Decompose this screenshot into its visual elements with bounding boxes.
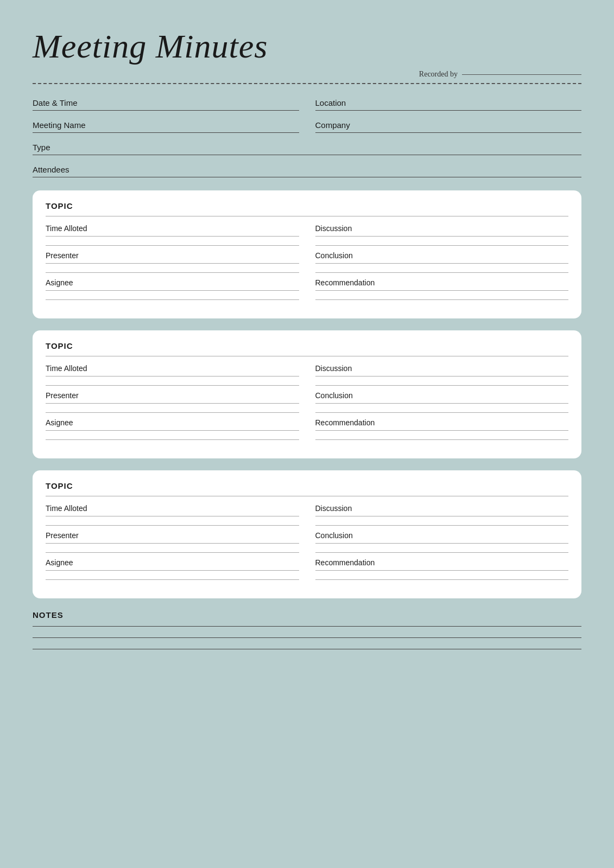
- topic-right-line2-2-3: [315, 439, 569, 440]
- topic-left-line1-1-1: [46, 236, 299, 237]
- topic-left-label-2-3: Asignee: [46, 418, 299, 427]
- topic-right-line2-3-2: [315, 552, 569, 553]
- meeting-name-field: Meeting Name: [33, 116, 299, 133]
- topic-right-label-1-1: Discussion: [315, 224, 569, 233]
- header-row-1: Date & Time Location: [33, 94, 581, 116]
- topic-right-line1-2-1: [315, 376, 569, 376]
- topic-right-line2-3-1: [315, 525, 569, 526]
- topic-left-col-3: Time AllotedPresenterAsignee: [46, 504, 299, 585]
- notes-label: NOTES: [33, 610, 581, 620]
- topic-left-label-3-1: Time Alloted: [46, 504, 299, 513]
- topic-left-label-3-2: Presenter: [46, 531, 299, 540]
- topic-left-field-2-2: Presenter: [46, 391, 299, 413]
- topic-right-field-2-2: Conclusion: [315, 391, 569, 413]
- topic-right-line2-1-3: [315, 299, 569, 300]
- topic-right-col-2: DiscussionConclusionRecommendation: [315, 364, 569, 445]
- topic-grid-1: Time AllotedPresenterAsigneeDiscussionCo…: [46, 224, 568, 305]
- attendees-label: Attendees: [33, 165, 69, 174]
- topic-right-field-2-3: Recommendation: [315, 418, 569, 440]
- topic-right-label-1-3: Recommendation: [315, 278, 569, 287]
- topic-left-line1-3-2: [46, 543, 299, 544]
- date-time-label: Date & Time: [33, 98, 78, 107]
- location-field: Location: [315, 94, 582, 111]
- notes-line-2: [33, 637, 581, 638]
- topic-left-field-2-3: Asignee: [46, 418, 299, 440]
- recorded-by-label: Recorded by: [419, 70, 458, 79]
- attendees-field: Attendees: [33, 161, 581, 177]
- topic-left-line2-3-2: [46, 552, 299, 553]
- topic-left-line2-1-2: [46, 272, 299, 273]
- topic-left-field-3-1: Time Alloted: [46, 504, 299, 526]
- topic-left-label-2-2: Presenter: [46, 391, 299, 400]
- location-label: Location: [315, 98, 346, 107]
- company-field: Company: [315, 116, 582, 133]
- topic-grid-2: Time AllotedPresenterAsigneeDiscussionCo…: [46, 364, 568, 445]
- topic-left-col-2: Time AllotedPresenterAsignee: [46, 364, 299, 445]
- topic-right-line2-1-2: [315, 272, 569, 273]
- notes-line-3: [33, 649, 581, 649]
- topic-right-line1-1-2: [315, 263, 569, 264]
- topic-right-field-3-1: Discussion: [315, 504, 569, 526]
- topic-left-field-3-3: Asignee: [46, 558, 299, 580]
- topic-left-line1-1-3: [46, 290, 299, 291]
- topic-left-line1-3-1: [46, 516, 299, 516]
- topic-right-line1-3-1: [315, 516, 569, 516]
- topic-right-field-1-3: Recommendation: [315, 278, 569, 300]
- topic-header-1: TOPIC: [46, 201, 568, 216]
- topic-left-line1-1-2: [46, 263, 299, 264]
- topic-right-label-2-2: Conclusion: [315, 391, 569, 400]
- topic-left-label-1-3: Asignee: [46, 278, 299, 287]
- topic-left-line2-2-2: [46, 412, 299, 413]
- topic-left-line2-2-1: [46, 385, 299, 386]
- topic-right-label-1-2: Conclusion: [315, 251, 569, 260]
- dashed-divider: [33, 83, 581, 84]
- topic-right-label-2-3: Recommendation: [315, 418, 569, 427]
- meeting-name-label: Meeting Name: [33, 120, 86, 130]
- topic-left-label-1-1: Time Alloted: [46, 224, 299, 233]
- topic-right-line2-2-1: [315, 385, 569, 386]
- recorded-by-line: [462, 74, 581, 75]
- topic-right-label-2-1: Discussion: [315, 364, 569, 373]
- type-label: Type: [33, 143, 50, 152]
- topic-header-2: TOPIC: [46, 341, 568, 356]
- topic-left-line1-2-1: [46, 376, 299, 376]
- topic-right-line1-3-3: [315, 570, 569, 571]
- type-field: Type: [33, 138, 581, 155]
- topic-right-label-3-2: Conclusion: [315, 531, 569, 540]
- topic-grid-3: Time AllotedPresenterAsigneeDiscussionCo…: [46, 504, 568, 585]
- topic-right-field-3-3: Recommendation: [315, 558, 569, 580]
- topic-cards: TOPICTime AllotedPresenterAsigneeDiscuss…: [33, 190, 581, 598]
- topic-left-field-1-1: Time Alloted: [46, 224, 299, 246]
- topic-right-label-3-3: Recommendation: [315, 558, 569, 567]
- topic-left-line2-1-1: [46, 245, 299, 246]
- topic-right-line1-1-1: [315, 236, 569, 237]
- topic-card-1: TOPICTime AllotedPresenterAsigneeDiscuss…: [33, 190, 581, 318]
- topic-left-line2-3-3: [46, 579, 299, 580]
- page-title: Meeting Minutes: [33, 27, 581, 66]
- topic-right-line2-1-1: [315, 245, 569, 246]
- topic-left-line2-1-3: [46, 299, 299, 300]
- topic-left-line1-2-3: [46, 430, 299, 431]
- topic-right-line1-2-2: [315, 403, 569, 404]
- topic-left-line2-3-1: [46, 525, 299, 526]
- topic-right-line1-1-3: [315, 290, 569, 291]
- topic-left-line2-2-3: [46, 439, 299, 440]
- topic-card-2: TOPICTime AllotedPresenterAsigneeDiscuss…: [33, 330, 581, 458]
- topic-right-field-2-1: Discussion: [315, 364, 569, 386]
- topic-right-field-3-2: Conclusion: [315, 531, 569, 553]
- topic-right-col-3: DiscussionConclusionRecommendation: [315, 504, 569, 585]
- date-time-field: Date & Time: [33, 94, 299, 111]
- topic-right-line1-2-3: [315, 430, 569, 431]
- topic-left-line1-2-2: [46, 403, 299, 404]
- company-label: Company: [315, 120, 350, 130]
- topic-right-line2-2-2: [315, 412, 569, 413]
- notes-section: NOTES: [33, 610, 581, 649]
- topic-left-label-1-2: Presenter: [46, 251, 299, 260]
- topic-right-label-3-1: Discussion: [315, 504, 569, 513]
- header-row-2: Meeting Name Company: [33, 116, 581, 138]
- topic-right-col-1: DiscussionConclusionRecommendation: [315, 224, 569, 305]
- topic-left-field-1-2: Presenter: [46, 251, 299, 273]
- topic-left-field-3-2: Presenter: [46, 531, 299, 553]
- topic-left-field-1-3: Asignee: [46, 278, 299, 300]
- topic-left-col-1: Time AllotedPresenterAsignee: [46, 224, 299, 305]
